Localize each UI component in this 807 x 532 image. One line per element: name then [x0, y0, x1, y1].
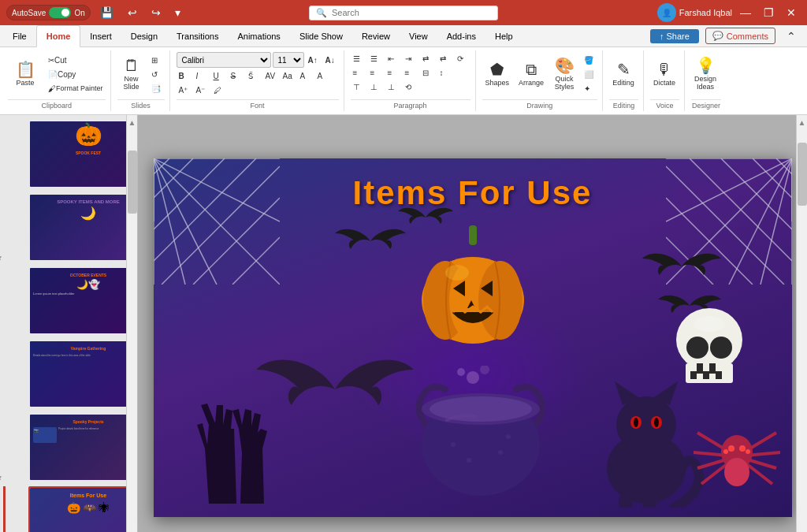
shape-outline-button[interactable]: ⬜	[582, 68, 597, 80]
bold-button[interactable]: B	[177, 69, 192, 82]
design-ideas-button[interactable]: 💡 DesignIdeas	[691, 53, 720, 95]
shape-effects-button[interactable]: ✦	[582, 82, 597, 95]
redo-button[interactable]: ↪	[147, 5, 165, 20]
editing-button[interactable]: ✎ Editing	[609, 53, 638, 95]
slide-thumb-inner-2[interactable]: SPOOKY ITEMS AND MORE 🌙	[28, 193, 128, 262]
autosave-button[interactable]: AutoSave On	[6, 5, 91, 20]
slide-thumb-1[interactable]: 1 🎃 SPOOK FEST	[3, 120, 134, 188]
cut-button[interactable]: ✂ Cut	[46, 54, 106, 66]
panel-resize-handle[interactable]	[0, 115, 137, 118]
highlight-button[interactable]: 🖊	[211, 84, 227, 96]
font-case-button[interactable]: Aa	[281, 69, 296, 82]
comments-button[interactable]: 💬 Comments	[705, 28, 775, 44]
col-button[interactable]: ⊟	[420, 66, 436, 79]
tab-review[interactable]: Review	[352, 25, 400, 47]
slide-thumb-6[interactable]: 6 ★ Items For Use 🎃 🦇 🕷	[3, 486, 134, 532]
slide-thumb-4[interactable]: 4 Vampire Gathering Details about the ev…	[3, 340, 134, 408]
restore-button[interactable]: ❐	[759, 5, 779, 20]
underline-button[interactable]: U	[211, 69, 227, 82]
rtl-button[interactable]: ⇄	[420, 52, 436, 65]
big-bat-left[interactable]	[256, 342, 414, 438]
line-spacing-button[interactable]: ↕	[437, 66, 453, 79]
slide-thumb-inner-6[interactable]: Items For Use 🎃 🦇 🕷	[28, 486, 128, 532]
format-painter-button[interactable]: 🖌 Format Painter	[46, 82, 106, 95]
align-top-button[interactable]: ⊤	[351, 80, 366, 93]
shapes-button[interactable]: ⬟ Shapes	[482, 53, 513, 95]
search-input[interactable]	[332, 8, 474, 17]
canvas-scroll-up[interactable]: ▲	[797, 118, 807, 127]
font-size-select[interactable]: 11	[273, 52, 304, 68]
autosave-toggle[interactable]	[49, 7, 71, 18]
bat-3[interactable]	[642, 245, 721, 290]
tab-addins[interactable]: Add-ins	[437, 25, 485, 47]
tab-transitions[interactable]: Transitions	[167, 25, 228, 47]
cat-element[interactable]	[595, 374, 705, 509]
align-bottom-button[interactable]: ⊥	[385, 80, 401, 93]
close-button[interactable]: ✕	[782, 5, 801, 20]
align-center-button[interactable]: ≡	[368, 66, 384, 79]
bat-2[interactable]	[398, 202, 453, 235]
shadow-button[interactable]: S̈	[246, 69, 262, 82]
slide-thumb-inner-3[interactable]: OCTOBER EVENTS 🌙👻 Lorem ipsum text place…	[28, 266, 128, 335]
tab-design[interactable]: Design	[121, 25, 167, 47]
section-button[interactable]: 📑	[149, 82, 165, 95]
convert-smartart-button[interactable]: ⟳	[455, 52, 470, 65]
ltr-button[interactable]: ⇄	[437, 52, 453, 65]
zombie-hands[interactable]	[185, 401, 280, 505]
decrease-font-button[interactable]: A↓	[323, 54, 339, 66]
slide-thumb-2[interactable]: 2 ★ SPOOKY ITEMS AND MORE 🌙	[3, 193, 134, 262]
copy-button[interactable]: 📄 Copy	[46, 68, 106, 80]
pumpkin-element[interactable]	[410, 221, 536, 349]
customize-button[interactable]: ▾	[170, 5, 185, 20]
shape-fill-button[interactable]: 🪣	[582, 54, 597, 66]
tab-home[interactable]: Home	[36, 25, 81, 47]
tab-file[interactable]: File	[3, 25, 36, 47]
decrease-indent-button[interactable]: ⇤	[385, 52, 401, 65]
increase-indent-button[interactable]: ⇥	[403, 52, 418, 65]
quick-styles-button[interactable]: 🎨 QuickStyles	[550, 53, 578, 95]
scroll-thumb[interactable]	[128, 151, 137, 214]
slide-canvas[interactable]: Items For Use	[154, 158, 792, 517]
slide-thumb-5[interactable]: 5 ★ Spooky Projects 📷 Project details li…	[3, 413, 134, 482]
font-size-down-button[interactable]: A⁻	[194, 84, 210, 96]
slide-panel-scrollbar[interactable]: ▲ ▼	[126, 115, 137, 532]
slide-thumb-inner-1[interactable]: 🎃 SPOOK FEST	[28, 120, 128, 188]
bat-1[interactable]	[335, 221, 406, 262]
font-size-up-button[interactable]: A⁺	[177, 84, 192, 96]
layout-button[interactable]: ⊞	[149, 54, 165, 66]
font-color-button[interactable]: A	[315, 69, 331, 82]
numbering-button[interactable]: ☰	[368, 52, 384, 65]
share-button[interactable]: ↑ Share	[650, 29, 699, 43]
canvas-vscroll-thumb[interactable]	[798, 143, 807, 206]
save-button[interactable]: 💾	[95, 5, 118, 20]
paste-button[interactable]: 📋 Paste	[8, 53, 43, 95]
tab-insert[interactable]: Insert	[80, 25, 121, 47]
cauldron-element[interactable]	[406, 366, 556, 501]
tab-slideshow[interactable]: Slide Show	[290, 25, 352, 47]
ribbon-collapse-button[interactable]: ⌃	[782, 28, 801, 44]
increase-font-button[interactable]: A↑	[306, 54, 322, 66]
italic-button[interactable]: I	[194, 69, 210, 82]
align-right-button[interactable]: ≡	[385, 66, 401, 79]
strikethrough-button[interactable]: S	[229, 69, 244, 82]
tab-help[interactable]: Help	[485, 25, 523, 47]
font-family-select[interactable]: Calibri	[177, 52, 271, 68]
text-direction-button[interactable]: ⟲	[403, 80, 418, 93]
minimize-button[interactable]: —	[735, 5, 756, 20]
tab-animations[interactable]: Animations	[228, 25, 289, 47]
tab-view[interactable]: View	[400, 25, 437, 47]
arrange-button[interactable]: ⧉ Arrange	[515, 53, 547, 95]
char-spacing-button[interactable]: AV	[263, 69, 279, 82]
align-middle-button[interactable]: ⊥	[368, 80, 384, 93]
slide-thumb-3[interactable]: 3 OCTOBER EVENTS 🌙👻 Lorem ipsum text pla…	[3, 266, 134, 335]
slide-thumb-inner-4[interactable]: Vampire Gathering Details about the even…	[28, 340, 128, 408]
reset-button[interactable]: ↺	[149, 68, 165, 80]
new-slide-button[interactable]: 🗒 NewSlide	[117, 53, 146, 95]
spider-element[interactable]	[694, 417, 780, 497]
slide-thumb-inner-5[interactable]: Spooky Projects 📷 Project details listed…	[28, 413, 128, 482]
clear-formatting-button[interactable]: A	[298, 69, 314, 82]
align-left-button[interactable]: ≡	[351, 66, 366, 79]
bullets-button[interactable]: ☰	[351, 52, 366, 65]
justify-button[interactable]: ≡	[403, 66, 418, 79]
undo-button[interactable]: ↩	[123, 5, 142, 20]
